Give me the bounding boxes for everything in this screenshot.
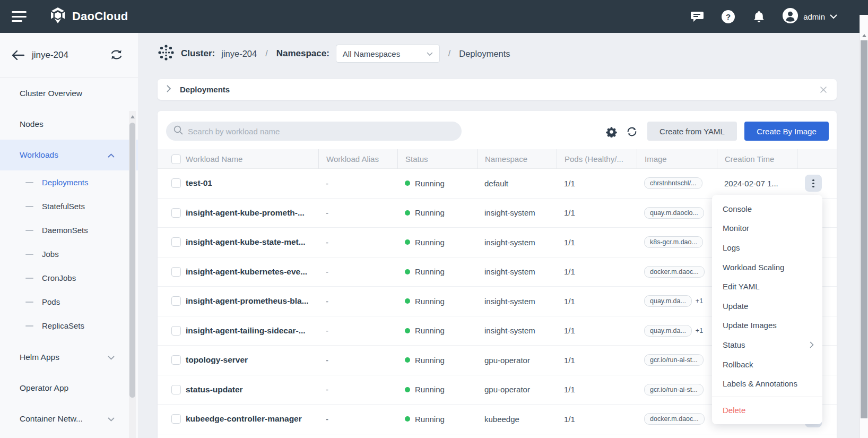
menu-item-monitor[interactable]: Monitor <box>712 219 822 238</box>
page-scrollbar[interactable] <box>860 15 868 438</box>
cluster-value[interactable]: jinye-204 <box>221 49 257 59</box>
scroll-up-arrow-icon[interactable] <box>862 34 866 37</box>
workload-name-link[interactable]: insight-agent-kube-prometh-... <box>183 199 318 228</box>
col-image[interactable]: Image <box>637 149 717 169</box>
user-menu[interactable]: admin <box>782 7 837 26</box>
image-chip: docker.m.daoc... <box>644 413 705 425</box>
sidebar-scrollbar[interactable] <box>129 111 136 438</box>
menu-item-update[interactable]: Update <box>712 296 822 316</box>
workload-name-link[interactable]: status-updater <box>183 375 318 405</box>
col-workload-alias[interactable]: Workload Alias <box>318 149 397 169</box>
namespace-cell: insight-system <box>477 316 557 346</box>
create-by-image-button[interactable]: Create By Image <box>744 122 829 141</box>
workload-name-link[interactable]: insight-agent-kubernetes-eve... <box>183 257 318 287</box>
search-input[interactable] <box>188 127 454 136</box>
row-checkbox[interactable] <box>171 414 181 424</box>
close-icon[interactable] <box>820 86 827 93</box>
scroll-up-arrow-icon[interactable] <box>131 115 135 118</box>
namespace-cell: insight-system <box>477 228 557 257</box>
workload-name-link[interactable]: topology-server <box>183 346 318 375</box>
toolbar: Create from YAML Create By Image <box>158 122 837 141</box>
sidebar-item-helm-apps[interactable]: Helm Apps <box>0 342 138 373</box>
scrollbar-thumb[interactable] <box>129 123 135 398</box>
chevron-down-icon <box>427 49 433 58</box>
image-cell: quay.m.daoclo... <box>637 199 717 228</box>
workload-name-link[interactable]: test-01 <box>183 169 318 198</box>
col-pods[interactable]: Pods (Healthy/... <box>557 149 637 169</box>
sidebar-item-operator-app[interactable]: Operator App <box>0 373 138 403</box>
pods-cell: 1/1 <box>557 346 637 375</box>
image-chip: quay.m.da... <box>644 325 692 337</box>
status-dot-icon <box>405 328 410 333</box>
status-dot-icon <box>405 416 410 422</box>
row-checkbox[interactable] <box>171 385 181 394</box>
search-box[interactable] <box>166 122 462 141</box>
row-checkbox[interactable] <box>171 178 181 188</box>
back-arrow-icon[interactable] <box>12 50 24 60</box>
dash-icon <box>25 182 33 183</box>
chat-icon[interactable] <box>690 9 705 24</box>
menu-item-update-images[interactable]: Update Images <box>712 316 822 336</box>
swap-cluster-icon[interactable] <box>110 49 123 63</box>
sidebar-item-container-network[interactable]: Container Netw... <box>0 403 138 434</box>
col-workload-name[interactable]: Workload Name <box>183 149 318 169</box>
sidebar-item-jobs[interactable]: Jobs <box>0 242 138 266</box>
sidebar-item-workloads[interactable]: Workloads <box>0 140 138 170</box>
col-status[interactable]: Status <box>397 149 477 169</box>
col-namespace[interactable]: Namespace <box>477 149 557 169</box>
dash-icon <box>25 254 33 255</box>
row-checkbox[interactable] <box>171 296 181 306</box>
refresh-icon[interactable] <box>626 125 638 138</box>
menu-item-workload-scaling[interactable]: Workload Scaling <box>712 257 822 277</box>
gear-icon[interactable] <box>605 125 618 138</box>
workload-name-link[interactable]: insight-agent-prometheus-bla... <box>183 287 318 316</box>
workload-alias: - <box>318 169 397 198</box>
col-creation-time[interactable]: Creation Time <box>717 149 797 169</box>
bell-icon[interactable] <box>751 9 766 24</box>
sidebar-item-cluster-overview[interactable]: Cluster Overview <box>0 78 138 109</box>
help-icon[interactable]: ? <box>721 9 735 24</box>
workload-name-link[interactable]: insight-agent-tailing-sidecar-... <box>183 316 318 346</box>
image-cell: docker.m.daoc... <box>637 257 717 287</box>
sidebar-item-deployments[interactable]: Deployments <box>0 170 138 194</box>
select-all-checkbox[interactable] <box>171 154 181 164</box>
menu-item-status[interactable]: Status <box>712 335 822 355</box>
create-from-yaml-button[interactable]: Create from YAML <box>647 122 737 141</box>
workload-name-link[interactable]: insight-agent-kube-state-met... <box>183 228 318 257</box>
brand-logo[interactable]: DaoCloud <box>49 6 128 27</box>
workload-alias: - <box>318 346 397 375</box>
row-checkbox[interactable] <box>171 208 181 218</box>
namespace-cell: kubeedge <box>477 405 557 434</box>
image-chip: docker.m.daoc... <box>644 266 705 278</box>
chevron-right-icon[interactable] <box>167 85 171 95</box>
namespace-cell: insight-system <box>477 199 557 228</box>
sidebar-item-daemonsets[interactable]: DaemonSets <box>0 218 138 242</box>
workload-name-link[interactable]: kubeedge-controller-manager <box>183 405 318 434</box>
menu-item-labels-annotations[interactable]: Labels & Annotations <box>712 374 822 393</box>
deployments-panel-bar[interactable]: Deployments <box>158 79 837 100</box>
sidebar-item-nodes[interactable]: Nodes <box>0 109 138 140</box>
image-count-badge[interactable]: +1 <box>696 297 703 305</box>
menu-item-rollback[interactable]: Rollback <box>712 355 822 374</box>
menu-item-edit-yaml[interactable]: Edit YAML <box>712 277 822 296</box>
sidebar-item-pods[interactable]: Pods <box>0 290 138 314</box>
sidebar-item-replicasets[interactable]: ReplicaSets <box>0 314 138 338</box>
sidebar-item-cronjobs[interactable]: CronJobs <box>0 266 138 290</box>
row-checkbox[interactable] <box>171 237 181 247</box>
chevron-right-icon <box>810 341 814 348</box>
status-dot-icon <box>405 239 410 245</box>
menu-item-delete[interactable]: Delete <box>712 400 822 420</box>
row-checkbox[interactable] <box>171 355 181 365</box>
sidebar-item-statefulsets[interactable]: StatefulSets <box>0 194 138 218</box>
image-count-badge[interactable]: +1 <box>696 327 703 334</box>
sidebar-cluster-name: jinye-204 <box>32 50 68 61</box>
row-actions-kebab-icon[interactable] <box>805 175 822 192</box>
namespace-select[interactable]: All Namespaces <box>336 45 440 63</box>
menu-item-console[interactable]: Console <box>712 199 822 219</box>
menu-item-logs[interactable]: Logs <box>712 238 822 257</box>
hamburger-menu-icon[interactable] <box>12 11 27 22</box>
row-checkbox[interactable] <box>171 326 181 336</box>
status-dot-icon <box>405 387 410 392</box>
scrollbar-thumb[interactable] <box>861 40 867 418</box>
row-checkbox[interactable] <box>171 267 181 277</box>
